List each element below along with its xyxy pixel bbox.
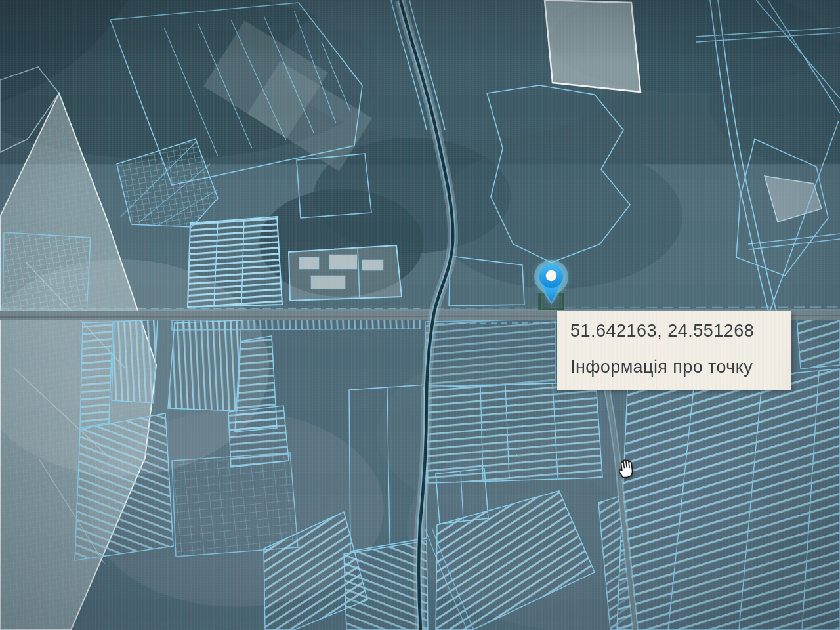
popup-coordinates-text: 51.642163, 24.551268 xyxy=(570,321,784,341)
map-pin-marker[interactable] xyxy=(529,252,574,307)
map-viewport: 51.642163, 24.551268 Інформація про точк… xyxy=(0,0,840,630)
point-info-link[interactable]: Інформація про точку xyxy=(570,357,784,377)
hand-cursor xyxy=(612,454,640,482)
pin-body xyxy=(539,264,563,303)
coordinates-popup: 51.642163, 24.551268 Інформація про точк… xyxy=(557,311,791,390)
